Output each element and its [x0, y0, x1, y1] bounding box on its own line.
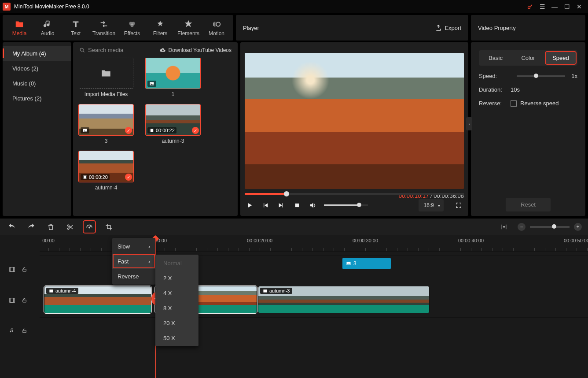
- timeline-clip-autumn4[interactable]: autumn-4: [44, 286, 151, 313]
- export-button[interactable]: Export: [435, 24, 461, 31]
- timeline-clip-autumn3[interactable]: autumn-3: [258, 286, 430, 313]
- import-media-button[interactable]: [79, 58, 133, 89]
- import-media-label: Import Media Files: [85, 91, 128, 97]
- timeline-toolbar: − +: [0, 219, 588, 235]
- timeline: 00:00 00:00:10:00 00:00:20:00 00:00:30:0…: [0, 235, 588, 378]
- sidebar-item-music[interactable]: Music (0): [3, 76, 71, 91]
- reset-button[interactable]: Reset: [506, 198, 551, 211]
- tab-media[interactable]: Media: [5, 15, 33, 40]
- album-sidebar: My Album (4) Videos (2) Music (0) Pictur…: [3, 42, 71, 216]
- zoom-slider[interactable]: [530, 226, 570, 228]
- zoom-in-button[interactable]: +: [574, 223, 582, 231]
- speed-submenu-2x[interactable]: 2 X: [155, 271, 198, 285]
- tab-transition[interactable]: Transition: [90, 15, 118, 40]
- prev-frame-button[interactable]: [261, 200, 270, 210]
- delete-button[interactable]: [45, 221, 56, 233]
- svg-point-18: [89, 227, 90, 228]
- media-thumb-autumn4[interactable]: 00:00:20 ✓: [79, 151, 133, 182]
- stop-button[interactable]: [292, 200, 302, 210]
- speed-button[interactable]: [84, 221, 95, 233]
- volume-slider[interactable]: [324, 204, 368, 206]
- preview-viewport[interactable]: [245, 53, 464, 189]
- tab-effects[interactable]: Effects: [118, 15, 146, 40]
- speed-submenu-20x[interactable]: 20 X: [155, 315, 198, 330]
- maximize-button[interactable]: ☐: [561, 0, 573, 13]
- speed-menu-slow[interactable]: Slow›: [112, 239, 155, 254]
- aspect-ratio-select[interactable]: 16:9: [419, 199, 444, 211]
- sidebar-item-videos[interactable]: Videos (2): [3, 61, 71, 76]
- crop-button[interactable]: [103, 221, 114, 233]
- redo-button[interactable]: [26, 221, 37, 233]
- media-thumb-autumn3[interactable]: 00:00:22 ✓: [146, 104, 200, 135]
- app-title: MiniTool MovieMaker Free 8.0.0: [14, 4, 524, 10]
- speed-value: 1x: [571, 73, 577, 79]
- unlock-icon[interactable]: [22, 328, 27, 334]
- tab-text-label: Text: [71, 30, 81, 37]
- tab-filters[interactable]: Filters: [146, 15, 174, 40]
- tab-transition-label: Transition: [92, 30, 115, 37]
- menu-icon[interactable]: ☰: [536, 0, 548, 13]
- media-thumb-1[interactable]: [146, 58, 200, 89]
- media-thumb-3[interactable]: ✓: [79, 104, 133, 135]
- svg-rect-14: [86, 176, 87, 179]
- player-seekbar[interactable]: [245, 193, 464, 195]
- ruler-tick: 00:00:50:00: [564, 238, 588, 243]
- player-header: Player Export: [236, 15, 468, 41]
- track-video[interactable]: autumn-4 ⟲ autumn-3: [40, 283, 588, 317]
- unlock-icon[interactable]: [22, 297, 27, 303]
- svg-point-5: [80, 48, 83, 51]
- volume-icon[interactable]: [308, 200, 318, 210]
- video-icon: 00:00:22: [147, 127, 176, 133]
- property-tab-speed[interactable]: Speed: [546, 52, 576, 64]
- svg-rect-10: [150, 129, 151, 132]
- next-frame-button[interactable]: [276, 200, 286, 210]
- speed-slider[interactable]: [517, 75, 565, 77]
- split-button[interactable]: [64, 221, 76, 233]
- speed-menu-reverse[interactable]: Reverse: [112, 269, 155, 284]
- property-header: Video Property: [471, 15, 585, 41]
- svg-point-3: [130, 24, 133, 27]
- speed-submenu-4x[interactable]: 4 X: [155, 285, 198, 300]
- svg-rect-24: [10, 298, 15, 303]
- used-check-icon: ✓: [125, 127, 132, 134]
- fullscreen-button[interactable]: [453, 202, 464, 209]
- search-icon: [79, 47, 85, 53]
- speed-submenu-50x[interactable]: 50 X: [155, 330, 198, 345]
- property-tab-basic[interactable]: Basic: [481, 52, 511, 64]
- speed-menu-fast[interactable]: Fast›: [112, 254, 155, 269]
- sidebar-item-label: Music (0): [12, 80, 36, 87]
- sidebar-item-pictures[interactable]: Pictures (2): [3, 91, 71, 106]
- film-icon: [9, 266, 15, 273]
- zoom-out-button[interactable]: −: [518, 223, 526, 231]
- collapse-property-button[interactable]: ›: [466, 117, 472, 130]
- speed-menu: Slow› Fast› Reverse: [112, 238, 155, 285]
- tab-filters-label: Filters: [153, 30, 168, 37]
- speed-submenu-8x[interactable]: 8 X: [155, 300, 198, 315]
- svg-point-7: [151, 83, 151, 84]
- ruler-tick: 00:00:30:00: [353, 238, 378, 243]
- music-icon: [9, 327, 15, 334]
- tab-audio[interactable]: Audio: [33, 15, 62, 40]
- tab-elements[interactable]: Elements: [174, 15, 202, 40]
- svg-point-4: [216, 22, 220, 26]
- tab-motion[interactable]: Motion: [202, 15, 231, 40]
- svg-rect-15: [295, 204, 299, 207]
- chevron-right-icon: ›: [148, 258, 150, 265]
- timeline-clip-picture[interactable]: 3: [342, 258, 391, 269]
- minimize-button[interactable]: —: [548, 0, 561, 13]
- search-input[interactable]: Search media: [79, 47, 123, 53]
- key-icon[interactable]: [524, 0, 536, 13]
- titlebar: M MiniTool MovieMaker Free 8.0.0 ☰ — ☐ ✕: [0, 0, 588, 13]
- sidebar-item-myalbum[interactable]: My Album (4): [3, 46, 71, 61]
- track-audio[interactable]: [40, 317, 588, 344]
- cloud-download-icon: [160, 47, 166, 53]
- play-button[interactable]: [245, 200, 254, 210]
- undo-button[interactable]: [6, 221, 18, 233]
- download-youtube-button[interactable]: Download YouTube Videos: [160, 47, 232, 53]
- tab-text[interactable]: Text: [62, 15, 90, 40]
- unlock-icon[interactable]: [22, 267, 27, 272]
- close-button[interactable]: ✕: [573, 0, 585, 13]
- reverse-checkbox[interactable]: [511, 100, 517, 107]
- property-tab-color[interactable]: Color: [513, 52, 543, 64]
- fit-timeline-button[interactable]: [498, 221, 510, 233]
